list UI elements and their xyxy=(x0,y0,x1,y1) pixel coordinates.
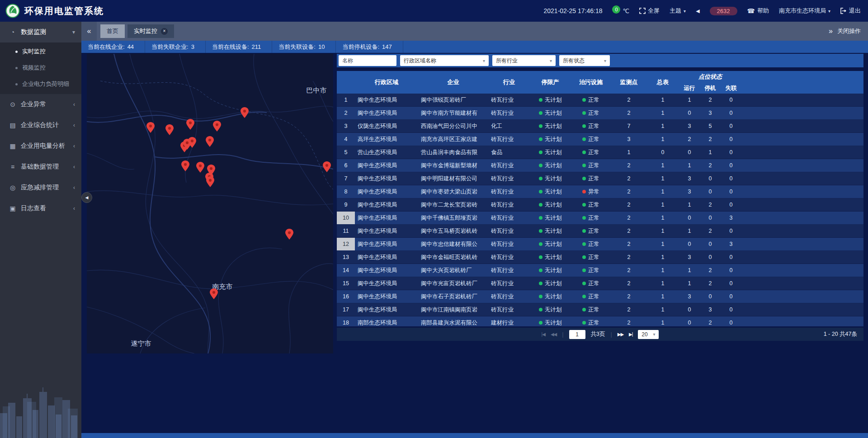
table-row[interactable]: 1阆中生态环境局阆中强锐页岩砖厂砖瓦行业无计划正常21120 xyxy=(337,94,863,107)
cell-region: 阆中生态环境局 xyxy=(355,251,418,264)
cell-company: 南部县建兴水泥有限公 xyxy=(418,316,488,326)
cell-limit: 无计划 xyxy=(530,94,571,106)
temperature-unit: ℃ xyxy=(623,8,629,14)
tabs-scroll-right-icon[interactable]: » xyxy=(829,27,833,35)
sidebar-subitem-0-2[interactable]: 企业电力负荷明细 xyxy=(0,76,81,92)
table-row[interactable]: 7阆中生态环境局阆中明阳建材有限公司砖瓦行业无计划正常21300 xyxy=(337,172,863,185)
theme-dropdown[interactable]: 主题 ▾ xyxy=(670,7,686,15)
chevron-down-icon: ▾ xyxy=(828,9,830,14)
table-row[interactable]: 4高坪生态环境局南充市高坪区王家店建砖瓦行业无计划正常31220 xyxy=(337,133,863,146)
sidebar-item-label: 企业异常 xyxy=(21,100,73,108)
cell-region: 阆中生态环境局 xyxy=(355,277,418,290)
sidebar-item-1[interactable]: ⊙企业异常‹ xyxy=(0,94,81,115)
cell-run: 1 xyxy=(679,277,700,290)
table-row[interactable]: 16阆中生态环境局阆中市石子页岩机砖厂砖瓦行业无计划正常21300 xyxy=(337,290,863,303)
table-row[interactable]: 10阆中生态环境局阆中千佛镇五郎垭页岩砖瓦行业无计划正常21003 xyxy=(337,212,863,225)
sidebar: ◔数据监测▾实时监控视频监控企业电力负荷明细⊙企业异常‹▤企业综合统计‹▦企业用… xyxy=(0,22,81,438)
table-row[interactable]: 11阆中生态环境局阆中市五马桥页岩机砖砖瓦行业无计划正常21120 xyxy=(337,225,863,238)
cell-run: 1 xyxy=(679,159,700,172)
fullscreen-button[interactable]: 全屏 xyxy=(639,7,660,15)
sidebar-subitem-0-1[interactable]: 视频监控 xyxy=(0,60,81,76)
cell-filler xyxy=(741,159,863,172)
name-filter-input[interactable] xyxy=(339,55,396,66)
table-row[interactable]: 3仪陇生态环境局西南油气田分公司川中化工无计划正常71350 xyxy=(337,120,863,133)
sidebar-menu: ◔数据监测▾实时监控视频监控企业电力负荷明细⊙企业异常‹▤企业综合统计‹▦企业用… xyxy=(0,22,81,219)
cell-limit: 无计划 xyxy=(530,290,571,303)
total-pages-label: 共3页 xyxy=(591,330,605,338)
help-button[interactable]: ☎ 帮助 xyxy=(747,7,769,15)
sidebar-item-2[interactable]: ▤企业综合统计‹ xyxy=(0,115,81,136)
status-dot-green xyxy=(582,216,586,220)
table-row[interactable]: 12阆中生态环境局阆中市忠信建材有限公砖瓦行业无计划正常21003 xyxy=(337,238,863,251)
page-size-select[interactable]: 20 ▾ xyxy=(638,330,659,339)
alert-count-badge[interactable]: 2632 xyxy=(710,7,737,15)
cell-stop: 3 xyxy=(700,107,721,119)
table-row[interactable]: 9阆中生态环境局阆中市二龙长宝页岩砖砖瓦行业无计划正常21120 xyxy=(337,198,863,212)
status-dot-green xyxy=(539,124,542,128)
cell-filler xyxy=(741,146,863,159)
tab-close-icon[interactable]: × xyxy=(161,28,168,35)
table-row[interactable]: 6阆中生态环境局阆中市金博瑞新型墙材砖瓦行业无计划正常21120 xyxy=(337,159,863,172)
cell-stop: 2 xyxy=(700,159,721,172)
table-row[interactable]: 2阆中生态环境局阆中市南方节能建材有砖瓦行业无计划正常21030 xyxy=(337,107,863,120)
status-dot-green xyxy=(582,229,586,233)
map-panel[interactable]: 巴中市南充市遂宁市 ◀ xyxy=(87,54,333,353)
close-operations-button[interactable]: 关闭操作 xyxy=(837,27,861,35)
region-filter-select[interactable]: 行政区域名称 ▾ xyxy=(400,55,489,66)
cell-lost: 0 xyxy=(721,290,741,303)
table-row[interactable]: 8阆中生态环境局阆中市枣碧大梁山页岩砖瓦行业无计划异常21300 xyxy=(337,185,863,198)
tab-0[interactable]: 首页 xyxy=(100,24,125,38)
table-row[interactable]: 5营山生态环境局营山县润丰肉食品有限食品无计划正常10010 xyxy=(337,146,863,159)
cell-industry: 砖瓦行业 xyxy=(488,159,530,172)
row-index: 3 xyxy=(337,120,355,132)
cell-points: 2 xyxy=(611,238,646,250)
stat-value: 44 xyxy=(127,43,134,50)
table-body: 1阆中生态环境局阆中强锐页岩砖厂砖瓦行业无计划正常211202阆中生态环境局阆中… xyxy=(337,94,863,326)
tabs-scroll-left-icon[interactable]: « xyxy=(81,22,97,41)
sidebar-item-6[interactable]: ▣日志查看‹ xyxy=(0,198,81,219)
table-row[interactable]: 17阆中生态环境局阆中市江南镇阆南页岩砖瓦行业无计划正常21030 xyxy=(337,303,863,316)
table-row[interactable]: 15阆中生态环境局阆中市光富页岩机砖厂砖瓦行业无计划正常21120 xyxy=(337,277,863,290)
chevron-left-icon: ‹ xyxy=(73,205,75,212)
cell-region: 高坪生态环境局 xyxy=(355,133,418,146)
logout-button[interactable]: 退出 xyxy=(840,7,861,15)
cell-meters: 1 xyxy=(646,198,679,211)
status-filter-select[interactable]: 所有状态 ▾ xyxy=(559,55,610,66)
cell-company: 阆中强锐页岩砖厂 xyxy=(418,94,488,106)
cell-filler xyxy=(741,251,863,264)
cell-region: 阆中生态环境局 xyxy=(355,212,418,224)
prev-page-icon[interactable]: ◀◀ xyxy=(551,332,557,337)
cell-points: 2 xyxy=(611,225,646,237)
last-page-icon[interactable]: ▶| xyxy=(629,332,632,337)
cell-points: 2 xyxy=(611,212,646,224)
cell-stop: 0 xyxy=(700,290,721,303)
cell-points: 2 xyxy=(611,94,646,106)
collapse-map-icon[interactable]: ◀ xyxy=(81,192,92,203)
tab-1[interactable]: 实时监控× xyxy=(127,24,174,38)
industry-filter-select[interactable]: 所有行业 ▾ xyxy=(492,55,556,66)
cell-stop: 0 xyxy=(700,185,721,198)
table-row[interactable]: 18南部生态环境局南部县建兴水泥有限公建材行业无计划正常21020 xyxy=(337,316,863,326)
next-page-icon[interactable]: ▶▶ xyxy=(618,332,623,337)
temperature-indicator: 0 ℃ xyxy=(612,8,629,14)
stats-bar: 当前在线企业:44当前失联企业:3当前在线设备:211当前失联设备:10当前停机… xyxy=(81,41,868,53)
org-dropdown[interactable]: 南充市生态环境局 ▾ xyxy=(779,7,830,15)
status-dot-green xyxy=(539,242,542,246)
sidebar-item-4[interactable]: ≡基础数据管理‹ xyxy=(0,156,81,177)
sidebar-item-0[interactable]: ◔数据监测▾ xyxy=(0,22,81,42)
table-row[interactable]: 13阆中生态环境局阆中市金福旺页岩机砖砖瓦行业无计划正常21300 xyxy=(337,251,863,264)
sidebar-subitem-0-0[interactable]: 实时监控 xyxy=(0,43,81,60)
status-dot-green xyxy=(582,308,586,311)
sidebar-item-3[interactable]: ▦企业用电量分析‹ xyxy=(0,136,81,156)
cell-meters: 1 xyxy=(646,316,679,326)
row-index: 8 xyxy=(337,185,355,198)
cell-meters: 1 xyxy=(646,133,679,146)
cell-company: 阆中市忠信建材有限公 xyxy=(418,238,488,250)
page-number-input[interactable] xyxy=(569,330,585,339)
table-row[interactable]: 14阆中生态环境局阆中大兴页岩机砖厂砖瓦行业无计划正常21120 xyxy=(337,264,863,277)
sidebar-item-5[interactable]: ◎应急减排管理‹ xyxy=(0,177,81,198)
map-canvas[interactable]: 巴中市南充市遂宁市 xyxy=(87,54,333,353)
arrow-left-icon[interactable]: ◀ xyxy=(696,8,699,14)
cell-limit: 无计划 xyxy=(530,303,571,316)
first-page-icon[interactable]: |◀ xyxy=(542,332,545,337)
